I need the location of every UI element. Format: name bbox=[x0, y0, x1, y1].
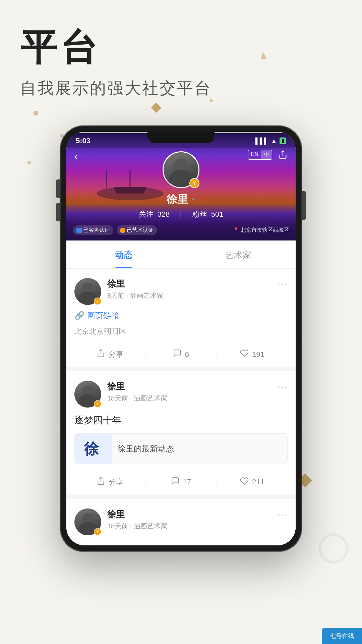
profile-stats: 关注 328 | 粉丝 501 bbox=[66, 209, 296, 220]
post-2-separator: · bbox=[130, 394, 134, 402]
post-3-separator: · bbox=[130, 522, 134, 530]
post-1-link[interactable]: 🔗 网页链接 bbox=[74, 310, 288, 321]
post-3-username: 徐里 bbox=[107, 508, 277, 520]
post-2-more-btn[interactable]: ··· bbox=[277, 381, 288, 392]
post-2-card[interactable]: 徐 徐里的最新动态 bbox=[74, 433, 288, 464]
wifi-icon: ▲ bbox=[271, 138, 277, 145]
tabs-row: 动态 艺术家 bbox=[66, 240, 296, 269]
page-title: 平台 bbox=[20, 27, 342, 67]
battery-icon: ▮ bbox=[280, 138, 286, 144]
status-bar: 5:03 ▌▌▌ ▲ ▮ bbox=[66, 132, 296, 148]
post-3-role: 油画艺术家 bbox=[134, 522, 167, 530]
tab-artist-label: 艺术家 bbox=[225, 250, 251, 260]
post-1-like-btn[interactable]: 191 bbox=[217, 342, 288, 367]
post-1-like-count: 191 bbox=[252, 350, 264, 359]
post-3-meta: 18天前 · 油画艺术家 bbox=[107, 522, 277, 531]
post-3-spacer bbox=[74, 535, 288, 545]
comment-icon-2 bbox=[171, 477, 180, 488]
post-1: Y 徐里 8天前 · 油画艺术家 ··· bbox=[66, 269, 296, 367]
tab-dynamic-label: 动态 bbox=[115, 250, 132, 260]
share-icon bbox=[97, 349, 105, 360]
page-title-area: 平台 自我展示的强大社交平台 bbox=[0, 0, 362, 106]
like-icon bbox=[240, 349, 249, 360]
post-2-avatar-wrapper: Y bbox=[74, 381, 101, 408]
post-1-separator: · bbox=[126, 292, 130, 299]
phone-mockup-wrapper: 5:03 ▌▌▌ ▲ ▮ bbox=[0, 126, 362, 551]
profile-badges: 已实名认证 已艺术认证 📍 北京市市辖区西城区 bbox=[66, 225, 296, 235]
verified-badge: 已实名认证 bbox=[73, 225, 113, 235]
phone-button-vol-up bbox=[56, 179, 60, 198]
post-1-header: Y 徐里 8天前 · 油画艺术家 ··· bbox=[74, 278, 288, 305]
vip-badge: Y bbox=[189, 178, 199, 188]
feed-container: Y 徐里 8天前 · 油画艺术家 ··· bbox=[66, 269, 296, 545]
svg-text:徐: 徐 bbox=[84, 441, 100, 457]
location-text: 北京市市辖区西城区 bbox=[241, 227, 289, 234]
post-2-header: Y 徐里 18天前 · 油画艺术家 ··· bbox=[74, 381, 288, 408]
post-2-comment-count: 17 bbox=[183, 478, 191, 486]
lang-cn-btn[interactable]: 中 bbox=[261, 150, 272, 159]
page-subtitle: 自我展示的强大社交平台 bbox=[20, 77, 342, 99]
lang-toggle[interactable]: EN 中 bbox=[248, 150, 272, 160]
following-stat: 关注 328 bbox=[129, 209, 180, 219]
artist-icon bbox=[120, 228, 125, 233]
following-count: 328 bbox=[158, 210, 170, 218]
post-1-actions: 分享 6 bbox=[66, 342, 296, 367]
post-1-location: 北京北京朝阳区 bbox=[74, 326, 288, 336]
following-label: 关注 bbox=[139, 210, 154, 218]
badge-group: 已实名认证 已艺术认证 bbox=[73, 225, 157, 235]
lang-en-btn[interactable]: EN bbox=[248, 150, 261, 159]
post-2-card-icon: 徐 bbox=[75, 434, 112, 464]
share-profile-button[interactable] bbox=[278, 150, 288, 162]
post-1-username: 徐里 bbox=[107, 278, 277, 290]
post-1-user-info: 徐里 8天前 · 油画艺术家 bbox=[107, 278, 277, 300]
post-1-vip-badge: Y bbox=[94, 298, 101, 305]
phone-screen: 5:03 ▌▌▌ ▲ ▮ bbox=[66, 132, 296, 545]
bottom-bar-prefix: 七号在线 bbox=[330, 632, 354, 640]
post-2-share-btn[interactable]: 分享 bbox=[74, 470, 145, 494]
post-2: Y 徐里 18天前 · 油画艺术家 ··· 逐梦四十年 bbox=[66, 371, 296, 494]
post-2-like-count: 211 bbox=[252, 478, 264, 486]
tab-artist[interactable]: 艺术家 bbox=[181, 240, 296, 268]
post-1-meta: 8天前 · 油画艺术家 bbox=[107, 291, 277, 300]
phone-button-vol-down bbox=[56, 203, 60, 221]
post-1-more-btn[interactable]: ··· bbox=[277, 278, 288, 289]
status-icons: ▌▌▌ ▲ ▮ bbox=[255, 138, 286, 145]
profile-name: 徐里 ♂ bbox=[167, 192, 196, 207]
followers-stat: 粉丝 501 bbox=[182, 209, 234, 219]
back-button[interactable]: ‹ bbox=[74, 150, 78, 162]
profile-location: 📍 北京市市辖区西城区 bbox=[233, 227, 289, 234]
post-2-time: 18天前 bbox=[107, 394, 128, 402]
post-1-link-text: 网页链接 bbox=[87, 310, 119, 321]
post-2-username: 徐里 bbox=[107, 381, 277, 392]
post-1-time: 8天前 bbox=[107, 292, 124, 299]
post-2-vip-badge: Y bbox=[94, 400, 101, 408]
artist-text: 已艺术认证 bbox=[127, 227, 154, 234]
post-2-like-btn[interactable]: 211 bbox=[217, 470, 288, 494]
signal-icon: ▌▌▌ bbox=[255, 138, 268, 145]
post-2-card-text: 徐里的最新动态 bbox=[112, 443, 287, 454]
post-3-header: Y 徐里 18天前 · 油画艺术家 ··· bbox=[74, 508, 288, 535]
post-2-role: 油画艺术家 bbox=[134, 394, 167, 402]
profile-avatar-wrapper: Y bbox=[163, 151, 199, 188]
phone-button-power bbox=[302, 191, 306, 220]
link-icon: 🔗 bbox=[74, 311, 84, 320]
gender-icon: ♂ bbox=[191, 196, 196, 204]
followers-count: 501 bbox=[211, 210, 224, 218]
post-3: Y 徐里 18天前 · 油画艺术家 ··· bbox=[66, 499, 296, 545]
post-3-more-btn[interactable]: ··· bbox=[277, 508, 288, 520]
deco-square-1 bbox=[34, 111, 38, 115]
stat-divider: | bbox=[180, 209, 182, 220]
post-2-comment-btn[interactable]: 17 bbox=[145, 470, 216, 494]
post-2-user-info: 徐里 18天前 · 油画艺术家 bbox=[107, 381, 277, 403]
post-1-comment-btn[interactable]: 6 bbox=[145, 342, 216, 367]
post-3-time: 18天前 bbox=[107, 522, 128, 530]
status-time: 5:03 bbox=[76, 137, 90, 145]
post-1-share-btn[interactable]: 分享 bbox=[74, 342, 145, 367]
tab-dynamic[interactable]: 动态 bbox=[66, 240, 181, 268]
artist-badge: 已艺术认证 bbox=[117, 225, 157, 235]
post-2-meta: 18天前 · 油画艺术家 bbox=[107, 394, 277, 403]
post-1-role: 油画艺术家 bbox=[130, 292, 164, 299]
profile-name-text: 徐里 bbox=[167, 192, 188, 207]
verified-icon bbox=[76, 228, 82, 233]
profile-name-row: 徐里 ♂ bbox=[66, 192, 296, 207]
